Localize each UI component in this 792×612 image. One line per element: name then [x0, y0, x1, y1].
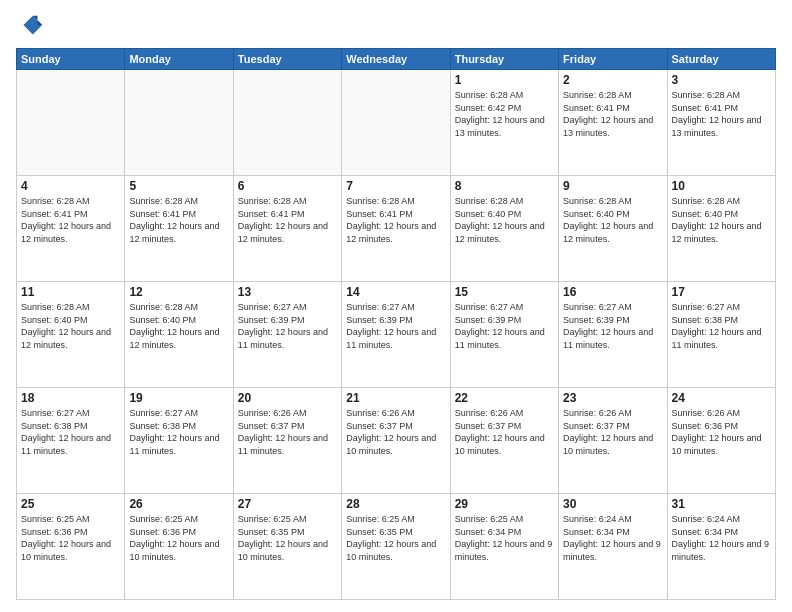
- week-row-4: 18Sunrise: 6:27 AM Sunset: 6:38 PM Dayli…: [17, 388, 776, 494]
- day-info: Sunrise: 6:27 AM Sunset: 6:39 PM Dayligh…: [238, 301, 337, 351]
- day-info: Sunrise: 6:26 AM Sunset: 6:36 PM Dayligh…: [672, 407, 771, 457]
- calendar-cell: 19Sunrise: 6:27 AM Sunset: 6:38 PM Dayli…: [125, 388, 233, 494]
- calendar-cell: 15Sunrise: 6:27 AM Sunset: 6:39 PM Dayli…: [450, 282, 558, 388]
- calendar-cell: 8Sunrise: 6:28 AM Sunset: 6:40 PM Daylig…: [450, 176, 558, 282]
- calendar-cell: 1Sunrise: 6:28 AM Sunset: 6:42 PM Daylig…: [450, 70, 558, 176]
- day-info: Sunrise: 6:28 AM Sunset: 6:41 PM Dayligh…: [129, 195, 228, 245]
- day-info: Sunrise: 6:28 AM Sunset: 6:41 PM Dayligh…: [563, 89, 662, 139]
- day-info: Sunrise: 6:28 AM Sunset: 6:41 PM Dayligh…: [21, 195, 120, 245]
- day-info: Sunrise: 6:28 AM Sunset: 6:42 PM Dayligh…: [455, 89, 554, 139]
- day-number: 4: [21, 179, 120, 193]
- day-info: Sunrise: 6:28 AM Sunset: 6:41 PM Dayligh…: [672, 89, 771, 139]
- day-info: Sunrise: 6:28 AM Sunset: 6:40 PM Dayligh…: [563, 195, 662, 245]
- calendar-cell: 7Sunrise: 6:28 AM Sunset: 6:41 PM Daylig…: [342, 176, 450, 282]
- day-info: Sunrise: 6:27 AM Sunset: 6:38 PM Dayligh…: [21, 407, 120, 457]
- day-number: 2: [563, 73, 662, 87]
- day-number: 25: [21, 497, 120, 511]
- day-number: 29: [455, 497, 554, 511]
- calendar-cell: 31Sunrise: 6:24 AM Sunset: 6:34 PM Dayli…: [667, 494, 775, 600]
- calendar-cell: 12Sunrise: 6:28 AM Sunset: 6:40 PM Dayli…: [125, 282, 233, 388]
- calendar-cell: 10Sunrise: 6:28 AM Sunset: 6:40 PM Dayli…: [667, 176, 775, 282]
- calendar-cell: 14Sunrise: 6:27 AM Sunset: 6:39 PM Dayli…: [342, 282, 450, 388]
- day-number: 10: [672, 179, 771, 193]
- day-number: 16: [563, 285, 662, 299]
- calendar-cell: 21Sunrise: 6:26 AM Sunset: 6:37 PM Dayli…: [342, 388, 450, 494]
- calendar-cell: 28Sunrise: 6:25 AM Sunset: 6:35 PM Dayli…: [342, 494, 450, 600]
- day-number: 7: [346, 179, 445, 193]
- day-info: Sunrise: 6:25 AM Sunset: 6:36 PM Dayligh…: [21, 513, 120, 563]
- day-number: 12: [129, 285, 228, 299]
- day-info: Sunrise: 6:26 AM Sunset: 6:37 PM Dayligh…: [455, 407, 554, 457]
- weekday-header-thursday: Thursday: [450, 49, 558, 70]
- day-number: 6: [238, 179, 337, 193]
- calendar-cell: 4Sunrise: 6:28 AM Sunset: 6:41 PM Daylig…: [17, 176, 125, 282]
- day-info: Sunrise: 6:27 AM Sunset: 6:38 PM Dayligh…: [672, 301, 771, 351]
- day-info: Sunrise: 6:27 AM Sunset: 6:38 PM Dayligh…: [129, 407, 228, 457]
- day-number: 26: [129, 497, 228, 511]
- day-info: Sunrise: 6:28 AM Sunset: 6:40 PM Dayligh…: [129, 301, 228, 351]
- day-number: 8: [455, 179, 554, 193]
- calendar-cell: 25Sunrise: 6:25 AM Sunset: 6:36 PM Dayli…: [17, 494, 125, 600]
- calendar-cell: 5Sunrise: 6:28 AM Sunset: 6:41 PM Daylig…: [125, 176, 233, 282]
- week-row-5: 25Sunrise: 6:25 AM Sunset: 6:36 PM Dayli…: [17, 494, 776, 600]
- day-number: 5: [129, 179, 228, 193]
- day-number: 15: [455, 285, 554, 299]
- calendar-cell: 30Sunrise: 6:24 AM Sunset: 6:34 PM Dayli…: [559, 494, 667, 600]
- day-number: 14: [346, 285, 445, 299]
- day-number: 28: [346, 497, 445, 511]
- day-number: 3: [672, 73, 771, 87]
- calendar-cell: 9Sunrise: 6:28 AM Sunset: 6:40 PM Daylig…: [559, 176, 667, 282]
- day-number: 9: [563, 179, 662, 193]
- day-info: Sunrise: 6:28 AM Sunset: 6:41 PM Dayligh…: [346, 195, 445, 245]
- calendar-cell: 6Sunrise: 6:28 AM Sunset: 6:41 PM Daylig…: [233, 176, 341, 282]
- page: SundayMondayTuesdayWednesdayThursdayFrid…: [0, 0, 792, 612]
- day-number: 30: [563, 497, 662, 511]
- day-number: 31: [672, 497, 771, 511]
- day-info: Sunrise: 6:27 AM Sunset: 6:39 PM Dayligh…: [455, 301, 554, 351]
- day-number: 1: [455, 73, 554, 87]
- calendar-cell: [125, 70, 233, 176]
- weekday-header-monday: Monday: [125, 49, 233, 70]
- day-info: Sunrise: 6:27 AM Sunset: 6:39 PM Dayligh…: [563, 301, 662, 351]
- calendar-cell: 23Sunrise: 6:26 AM Sunset: 6:37 PM Dayli…: [559, 388, 667, 494]
- calendar-cell: 26Sunrise: 6:25 AM Sunset: 6:36 PM Dayli…: [125, 494, 233, 600]
- header: [16, 12, 776, 40]
- day-info: Sunrise: 6:28 AM Sunset: 6:40 PM Dayligh…: [455, 195, 554, 245]
- week-row-1: 1Sunrise: 6:28 AM Sunset: 6:42 PM Daylig…: [17, 70, 776, 176]
- calendar-cell: 11Sunrise: 6:28 AM Sunset: 6:40 PM Dayli…: [17, 282, 125, 388]
- weekday-header-wednesday: Wednesday: [342, 49, 450, 70]
- day-number: 22: [455, 391, 554, 405]
- day-number: 20: [238, 391, 337, 405]
- day-info: Sunrise: 6:28 AM Sunset: 6:41 PM Dayligh…: [238, 195, 337, 245]
- calendar-cell: 13Sunrise: 6:27 AM Sunset: 6:39 PM Dayli…: [233, 282, 341, 388]
- day-info: Sunrise: 6:28 AM Sunset: 6:40 PM Dayligh…: [672, 195, 771, 245]
- day-number: 23: [563, 391, 662, 405]
- calendar-cell: 18Sunrise: 6:27 AM Sunset: 6:38 PM Dayli…: [17, 388, 125, 494]
- day-number: 21: [346, 391, 445, 405]
- day-info: Sunrise: 6:25 AM Sunset: 6:35 PM Dayligh…: [238, 513, 337, 563]
- day-info: Sunrise: 6:24 AM Sunset: 6:34 PM Dayligh…: [672, 513, 771, 563]
- day-number: 19: [129, 391, 228, 405]
- day-info: Sunrise: 6:25 AM Sunset: 6:34 PM Dayligh…: [455, 513, 554, 563]
- week-row-2: 4Sunrise: 6:28 AM Sunset: 6:41 PM Daylig…: [17, 176, 776, 282]
- day-number: 11: [21, 285, 120, 299]
- svg-marker-1: [23, 16, 42, 35]
- calendar-cell: 2Sunrise: 6:28 AM Sunset: 6:41 PM Daylig…: [559, 70, 667, 176]
- weekday-header-tuesday: Tuesday: [233, 49, 341, 70]
- day-info: Sunrise: 6:26 AM Sunset: 6:37 PM Dayligh…: [563, 407, 662, 457]
- logo: [16, 12, 48, 40]
- calendar-cell: [342, 70, 450, 176]
- weekday-header-friday: Friday: [559, 49, 667, 70]
- day-number: 24: [672, 391, 771, 405]
- day-number: 27: [238, 497, 337, 511]
- calendar-cell: 20Sunrise: 6:26 AM Sunset: 6:37 PM Dayli…: [233, 388, 341, 494]
- day-info: Sunrise: 6:24 AM Sunset: 6:34 PM Dayligh…: [563, 513, 662, 563]
- day-info: Sunrise: 6:26 AM Sunset: 6:37 PM Dayligh…: [238, 407, 337, 457]
- day-info: Sunrise: 6:28 AM Sunset: 6:40 PM Dayligh…: [21, 301, 120, 351]
- calendar-cell: [17, 70, 125, 176]
- weekday-header-row: SundayMondayTuesdayWednesdayThursdayFrid…: [17, 49, 776, 70]
- day-info: Sunrise: 6:26 AM Sunset: 6:37 PM Dayligh…: [346, 407, 445, 457]
- calendar-cell: 27Sunrise: 6:25 AM Sunset: 6:35 PM Dayli…: [233, 494, 341, 600]
- calendar-cell: [233, 70, 341, 176]
- calendar-cell: 22Sunrise: 6:26 AM Sunset: 6:37 PM Dayli…: [450, 388, 558, 494]
